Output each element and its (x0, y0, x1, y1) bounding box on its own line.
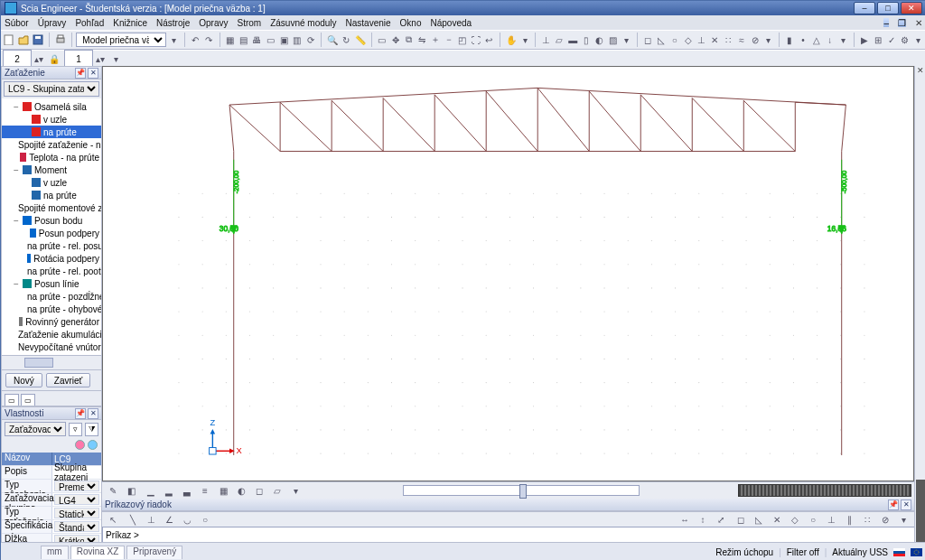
render-icon[interactable]: ◐ (593, 32, 605, 48)
spin-1-arrows-icon[interactable]: ▴▾ (33, 51, 44, 67)
property-object-combo[interactable]: Zaťažovací stav (1) (5, 422, 66, 436)
menu-opravy[interactable]: Opravy (199, 18, 228, 28)
cmd-arc-icon[interactable]: ◡ (179, 511, 195, 527)
snap-more-icon[interactable]: ▾ (762, 32, 774, 48)
dropdown-icon[interactable]: ▾ (168, 32, 180, 48)
status-filter[interactable]: Filter off (787, 547, 819, 557)
new-button[interactable]: Nový (5, 373, 42, 387)
timeline-bar[interactable] (738, 484, 911, 497)
maximize-button[interactable]: □ (877, 2, 899, 14)
tree-item[interactable]: Teplota - na prúte (2, 151, 101, 163)
zoom-all-icon[interactable]: ⛶ (470, 32, 481, 48)
lock-icon[interactable]: 🔒 (46, 51, 62, 67)
minimize-button[interactable]: – (854, 2, 875, 14)
panel-close-icon[interactable]: ✕ (88, 408, 98, 419)
more-calc-icon[interactable]: ▾ (912, 32, 924, 48)
zoom-prev-icon[interactable]: ↩ (483, 32, 495, 48)
plane-icon[interactable]: ▱ (554, 32, 565, 48)
snap-int-icon[interactable]: ✕ (709, 32, 721, 48)
load-tree[interactable]: −Osamelá sila v uzle na prúte Spojité za… (2, 98, 101, 355)
vt-pencil-icon[interactable]: ✎ (105, 482, 121, 499)
view-dropdown-icon[interactable]: ▾ (519, 32, 531, 48)
page-setup-icon[interactable]: ▭ (265, 32, 276, 48)
filter-node-icon[interactable]: • (798, 32, 809, 48)
layers-icon[interactable]: ▤ (238, 32, 249, 48)
status-snap-mode[interactable]: Režim úchopu (715, 547, 773, 557)
tree-item[interactable]: Spojité momentové zaťaženie n (2, 201, 101, 214)
tree-item[interactable]: v uzle (2, 176, 101, 189)
close-panel-button[interactable]: Zavrieť (46, 373, 91, 387)
scroll-close-icon[interactable]: ✕ (915, 66, 925, 77)
filter-icon[interactable]: ▿ (69, 423, 82, 436)
property-value-select[interactable]: Štandard (54, 521, 99, 532)
loadcase-combo[interactable]: LC9 - Skupina zatazenia zatiaz (4, 81, 99, 97)
tree-item[interactable]: −Posun bodu (2, 214, 101, 227)
model-combo[interactable]: Model priečna väzba (76, 33, 166, 47)
cmd-snap-i-icon[interactable]: ⊘ (877, 511, 893, 527)
vt-color-icon[interactable]: ◧ (123, 482, 139, 499)
tree-item[interactable]: −Posun línie (2, 277, 101, 290)
filter-member-icon[interactable]: ▮ (784, 32, 796, 48)
menu-zasuvne-moduly[interactable]: Zásuvné moduly (270, 18, 336, 28)
filter-support-icon[interactable]: △ (810, 32, 822, 48)
right-scrollbar[interactable]: ✕ (914, 66, 925, 543)
design-icon[interactable]: ⚙ (899, 32, 911, 48)
tree-item[interactable]: v uzle (2, 113, 101, 126)
status-ucs[interactable]: Aktuálny USS (832, 547, 888, 557)
cmd-snap-g-icon[interactable]: ∥ (841, 511, 857, 527)
command-input[interactable] (102, 527, 921, 543)
viewport-slider[interactable] (403, 485, 640, 496)
property-value-select[interactable]: Statické (54, 508, 99, 518)
cmd-snap-more-icon[interactable]: ▾ (895, 511, 911, 527)
property-value-select[interactable]: Premenné (54, 481, 99, 491)
spin-1[interactable] (3, 50, 32, 68)
tree-item[interactable]: Posun podpery (2, 227, 101, 239)
cmd-perp-icon[interactable]: ⊥ (143, 511, 159, 527)
export-icon[interactable]: ▣ (278, 32, 290, 48)
close-button[interactable]: ✕ (901, 2, 922, 14)
menu-nastavenie[interactable]: Nastavenie (346, 18, 391, 28)
tree-item[interactable]: Spojité zaťaženie - na prúte (2, 138, 101, 151)
measure-icon[interactable]: 📏 (354, 32, 367, 48)
new-file-icon[interactable] (3, 32, 15, 48)
filter-more-icon[interactable]: ▾ (837, 32, 849, 48)
pan-icon[interactable]: ✋ (505, 32, 518, 48)
status-tab-rovina[interactable]: Rovina XZ (70, 546, 126, 559)
save-icon[interactable] (32, 32, 44, 48)
pin-icon[interactable]: 📌 (75, 408, 86, 419)
tree-item[interactable]: Rovinný generátor (2, 315, 101, 328)
spin-2[interactable] (64, 50, 93, 68)
model-canvas[interactable]: 30,00 -200,00 16,66 -500,00 X (102, 66, 914, 481)
clip-icon[interactable]: ▯ (581, 32, 593, 48)
tree-item[interactable]: na prúte (2, 126, 101, 138)
snap-off-icon[interactable]: ⊘ (749, 32, 761, 48)
snap-end-icon[interactable]: ◻ (642, 32, 654, 48)
copy-geom-icon[interactable]: ⧉ (403, 32, 415, 48)
vt-dropdown-icon[interactable]: ▾ (287, 482, 304, 499)
flag-eu-icon[interactable] (911, 548, 922, 556)
vt-render-icon[interactable]: ◐ (233, 482, 249, 499)
vt-chart2-icon[interactable]: ▂ (161, 482, 177, 499)
spin-more-icon[interactable]: ▾ (107, 51, 124, 67)
mdi-minimize-button[interactable]: – (883, 18, 889, 27)
vt-chart3-icon[interactable]: ▃ (179, 482, 195, 499)
panel-close-icon[interactable]: ✕ (88, 68, 98, 79)
cmd-dim1-icon[interactable]: ↔ (677, 511, 693, 527)
wire-icon[interactable]: ▨ (607, 32, 619, 48)
tree-item[interactable]: −Osamelá sila (2, 100, 101, 113)
undo-icon[interactable]: ↶ (190, 32, 201, 48)
more-view-icon[interactable]: ▾ (621, 32, 632, 48)
cmd-dim2-icon[interactable]: ↕ (695, 511, 711, 527)
rotate-icon[interactable]: ↻ (341, 32, 352, 48)
menu-upravy[interactable]: Úpravy (38, 18, 67, 28)
tree-hscroll[interactable] (2, 355, 101, 369)
open-file-icon[interactable] (17, 32, 30, 48)
panel-close-icon[interactable]: ✕ (901, 499, 911, 510)
menu-napoveda[interactable]: Nápoveda (431, 18, 472, 28)
cmd-snap-d-icon[interactable]: ◇ (787, 511, 803, 527)
grid-icon[interactable]: ▦ (224, 32, 236, 48)
menu-strom[interactable]: Strom (238, 18, 262, 28)
tree-item[interactable]: na prúte - ohybové pretvor (2, 303, 101, 315)
cmd-snap-e-icon[interactable]: ○ (805, 511, 821, 527)
cmd-snap-c-icon[interactable]: ✕ (769, 511, 785, 527)
